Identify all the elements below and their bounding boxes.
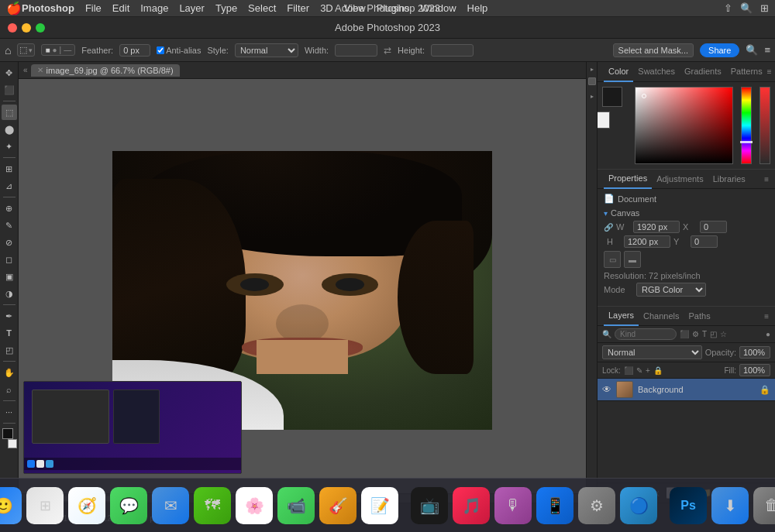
- menu-type[interactable]: Type: [215, 2, 237, 14]
- menu-image[interactable]: Image: [140, 2, 168, 14]
- filter-smart-icon[interactable]: ☆: [720, 330, 727, 338]
- patterns-tab[interactable]: Patterns: [726, 62, 767, 82]
- podcast-dock-icon[interactable]: 🎸: [319, 487, 356, 524]
- facetime-dock-icon[interactable]: 📹: [277, 487, 315, 524]
- foreground-color[interactable]: [2, 428, 13, 439]
- style-select[interactable]: Normal Fixed Ratio Fixed Size: [235, 43, 298, 57]
- paths-tab[interactable]: Paths: [684, 306, 715, 326]
- filter-text-icon[interactable]: T: [702, 330, 707, 338]
- lock-artboard-icon[interactable]: +: [646, 366, 650, 375]
- menu-3d[interactable]: 3D: [320, 2, 333, 14]
- menu-edit[interactable]: Edit: [112, 2, 129, 14]
- color-gradient-picker[interactable]: [635, 87, 733, 164]
- gradient-tool[interactable]: ▣: [2, 269, 17, 284]
- finder-dock-icon[interactable]: 🙂: [0, 487, 22, 524]
- select-and-mask-button[interactable]: Select and Mask...: [613, 43, 694, 57]
- canvas-height-input[interactable]: [624, 235, 670, 248]
- fill-input[interactable]: [739, 364, 770, 376]
- props-panel-collapse[interactable]: ≡: [764, 175, 769, 184]
- channels-tab[interactable]: Channels: [639, 306, 684, 326]
- width-input[interactable]: [335, 44, 377, 57]
- panel-options-btn[interactable]: ▸: [588, 65, 596, 73]
- opacity-input[interactable]: [739, 346, 770, 359]
- text-tool[interactable]: T: [2, 325, 17, 341]
- swatches-tab[interactable]: Swatches: [633, 62, 680, 82]
- eyedropper-tool[interactable]: ⊿: [2, 178, 17, 194]
- hand-tool[interactable]: ✋: [2, 365, 17, 380]
- clone-tool[interactable]: ⊘: [2, 235, 17, 250]
- fullscreen-button[interactable]: [36, 23, 45, 33]
- appletv-dock-icon[interactable]: 📺: [411, 487, 448, 524]
- photos-dock-icon[interactable]: 🌸: [236, 487, 273, 524]
- adjustments-tab[interactable]: Adjustments: [652, 169, 708, 189]
- canvas-x-input[interactable]: [700, 221, 727, 233]
- menu-file[interactable]: File: [85, 2, 102, 14]
- marquee-dropdown[interactable]: ▾: [29, 46, 33, 54]
- panel-collapse-btn[interactable]: ▸: [591, 93, 594, 100]
- foreground-swatch[interactable]: [602, 87, 622, 107]
- menu-layer[interactable]: Layer: [179, 2, 205, 14]
- tab-collapse[interactable]: «: [23, 66, 28, 74]
- dodge-tool[interactable]: ◑: [2, 286, 17, 301]
- healing-tool[interactable]: ⊕: [2, 201, 17, 216]
- shape-tool[interactable]: ◰: [2, 342, 17, 358]
- filter-toggle[interactable]: ●: [766, 330, 770, 338]
- move-tool[interactable]: ✥: [2, 65, 17, 81]
- workspace-icon[interactable]: ≡: [764, 44, 770, 56]
- lasso-tool[interactable]: ⬤: [2, 122, 17, 137]
- mail-dock-icon[interactable]: ✉: [152, 487, 189, 524]
- gradients-tab[interactable]: Gradients: [680, 62, 726, 82]
- eraser-tool[interactable]: ◻: [2, 252, 17, 267]
- safari-dock-icon[interactable]: 🧭: [68, 487, 105, 524]
- feather-input[interactable]: [119, 44, 150, 57]
- background-layer[interactable]: 👁 Background 🔒: [598, 379, 775, 401]
- music-dock-icon[interactable]: 🎵: [453, 487, 490, 524]
- layers-search-input[interactable]: [615, 328, 677, 340]
- tab-close-icon[interactable]: ✕: [37, 66, 43, 74]
- link-constraint-icon[interactable]: 🔗: [604, 223, 613, 232]
- maps-dock-icon[interactable]: 🗺: [194, 487, 231, 524]
- document-tab[interactable]: ✕ image_69.jpg @ 66.7% (RGB/8#): [31, 64, 180, 77]
- minimize-button[interactable]: [22, 23, 31, 33]
- color-spectrum[interactable]: [741, 87, 752, 164]
- color-panel-collapse[interactable]: ≡: [767, 67, 772, 76]
- close-button[interactable]: [8, 23, 17, 33]
- menu-photoshop[interactable]: Photoshop: [22, 2, 74, 14]
- home-icon[interactable]: ⌂: [5, 44, 11, 57]
- messages-dock-icon[interactable]: 💬: [110, 487, 147, 524]
- filter-pixel-icon[interactable]: ⬛: [680, 330, 689, 338]
- canvas-width-input[interactable]: [633, 221, 680, 233]
- landscape-icon[interactable]: ▬: [624, 251, 641, 268]
- canvas-collapse-icon[interactable]: ▾: [604, 209, 608, 218]
- photoshop-dock-icon[interactable]: Ps: [670, 487, 707, 524]
- portrait-icon[interactable]: ▭: [604, 251, 621, 268]
- menu-select[interactable]: Select: [248, 2, 276, 14]
- canvas-y-input[interactable]: [691, 235, 718, 248]
- layers-panel-collapse[interactable]: ≡: [764, 312, 769, 321]
- properties-tab[interactable]: Properties: [604, 169, 652, 189]
- trash-dock-icon[interactable]: 🗑: [753, 487, 775, 524]
- magic-wand-tool[interactable]: ✦: [2, 139, 17, 154]
- control-center-icon[interactable]: ⊞: [760, 2, 769, 14]
- layers-tab[interactable]: Layers: [604, 306, 639, 326]
- background-color[interactable]: [8, 439, 17, 448]
- zoom-tool[interactable]: ⌕: [2, 382, 17, 397]
- lock-all-icon[interactable]: 🔒: [653, 366, 663, 375]
- layer-visibility-icon[interactable]: 👁: [602, 384, 611, 395]
- swap-icon[interactable]: ⇄: [384, 45, 391, 56]
- systemprefs-dock-icon[interactable]: ⚙: [578, 487, 615, 524]
- apple-menu[interactable]: 🍎: [6, 1, 22, 15]
- brush-tool[interactable]: ✎: [2, 218, 17, 233]
- search-icon[interactable]: 🔍: [746, 44, 758, 56]
- search-menubar-icon[interactable]: 🔍: [740, 2, 753, 14]
- launchpad-dock-icon[interactable]: ⊞: [26, 487, 64, 524]
- appstore-dock-icon[interactable]: 📱: [536, 487, 574, 524]
- podcasts-dock-icon[interactable]: 🎙: [494, 487, 532, 524]
- reminders-dock-icon[interactable]: 📝: [361, 487, 398, 524]
- lock-position-icon[interactable]: ✎: [636, 366, 642, 375]
- color-alpha[interactable]: [760, 87, 770, 164]
- download-dock-icon[interactable]: ⬇: [711, 487, 749, 524]
- color-mode-select[interactable]: RGB Color CMYK Color Grayscale: [636, 283, 706, 297]
- marks-dock-icon[interactable]: 🔵: [620, 487, 657, 524]
- blend-mode-select[interactable]: Normal Multiply Screen: [602, 345, 702, 359]
